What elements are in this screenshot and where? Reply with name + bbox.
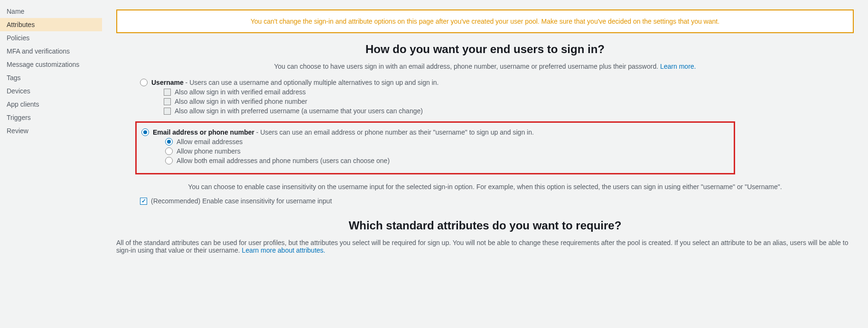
signin-subtext-body: You can choose to have users sign in wit… — [274, 63, 661, 70]
sidebar-item-attributes[interactable]: Attributes — [0, 18, 102, 31]
sidebar-item-app-clients[interactable]: App clients — [0, 98, 102, 111]
radio-email-or-phone[interactable] — [141, 128, 149, 136]
sidebar-item-name[interactable]: Name — [0, 5, 102, 18]
sidebar: Name Attributes Policies MFA and verific… — [0, 0, 102, 328]
option-username-block: Username - Users can use a username and … — [140, 79, 854, 115]
sidebar-item-mfa[interactable]: MFA and verifications — [0, 45, 102, 58]
learn-more-link[interactable]: Learn more. — [660, 63, 696, 70]
radio-allow-both[interactable] — [165, 157, 173, 164]
option-email-title: Email address or phone number — [153, 128, 254, 136]
checkbox-allow-email-label: Also allow sign in with verified email a… — [175, 88, 306, 96]
radio-allow-email-label: Allow email addresses — [177, 138, 243, 146]
learn-more-attributes-link[interactable]: Learn more about attributes. — [242, 246, 326, 254]
checkbox-allow-phone-label: Also allow sign in with verified phone n… — [175, 98, 307, 105]
sidebar-item-triggers[interactable]: Triggers — [0, 111, 102, 124]
checkbox-case-insensitivity[interactable] — [140, 198, 147, 205]
attributes-desc: All of the standard attributes can be us… — [116, 239, 854, 254]
sidebar-item-message-customizations[interactable]: Message customizations — [0, 58, 102, 71]
radio-allow-email[interactable] — [165, 138, 173, 146]
checkbox-allow-preferred-username-label: Also allow sign in with preferred userna… — [175, 107, 423, 115]
signin-heading: How do you want your end users to sign i… — [116, 43, 854, 56]
radio-username[interactable] — [140, 79, 148, 86]
signin-subtext: You can choose to have users sign in wit… — [116, 63, 854, 70]
main-content: You can't change the sign-in and attribu… — [102, 0, 868, 328]
sidebar-item-policies[interactable]: Policies — [0, 31, 102, 45]
checkbox-allow-email[interactable] — [164, 89, 171, 96]
case-insensitivity-text: You can choose to enable case insensitiv… — [116, 183, 854, 191]
option-email-highlight: Email address or phone number - Users ca… — [135, 121, 735, 174]
attributes-heading: Which standard attributes do you want to… — [116, 219, 854, 232]
option-email-desc: - Users can use an email address or phon… — [254, 128, 534, 136]
checkbox-case-insensitivity-label: (Recommended) Enable case insensitivity … — [151, 197, 332, 205]
option-email-label: Email address or phone number - Users ca… — [153, 128, 534, 136]
radio-allow-both-label: Allow both email addresses and phone num… — [177, 157, 390, 164]
warning-banner: You can't change the sign-in and attribu… — [116, 9, 854, 33]
attributes-desc-body: All of the standard attributes can be us… — [116, 239, 848, 254]
sidebar-item-devices[interactable]: Devices — [0, 84, 102, 98]
sidebar-item-review[interactable]: Review — [0, 124, 102, 137]
option-username-label: Username - Users can use a username and … — [151, 79, 439, 86]
option-username-title: Username — [151, 79, 184, 86]
checkbox-allow-preferred-username[interactable] — [164, 108, 171, 115]
sidebar-item-tags[interactable]: Tags — [0, 71, 102, 84]
option-username-desc: - Users can use a username and optionall… — [184, 79, 439, 86]
radio-allow-phone-label: Allow phone numbers — [177, 147, 241, 155]
checkbox-allow-phone[interactable] — [164, 98, 171, 105]
radio-allow-phone[interactable] — [165, 147, 173, 155]
